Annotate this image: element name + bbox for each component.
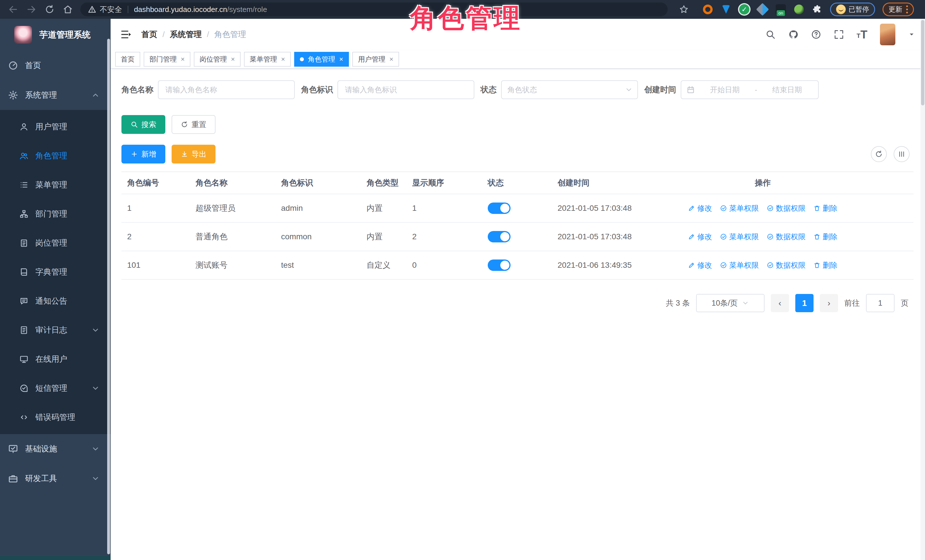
role-key-input[interactable] <box>337 80 475 99</box>
sidebar-item-dev-tools[interactable]: 研发工具 <box>0 464 111 493</box>
check-extension-icon[interactable]: ✓ <box>739 4 750 15</box>
green-extension-icon[interactable] <box>794 4 804 15</box>
adblock-extension-icon[interactable] <box>702 4 713 15</box>
data-permission-link[interactable]: 数据权限 <box>767 260 806 270</box>
cell-role-name: 超级管理员 <box>190 203 276 214</box>
tab-users[interactable]: 用户管理× <box>353 52 399 67</box>
url-domain: dashboard.yudao.iocoder.cn <box>134 5 227 14</box>
sidebar-scrollbar[interactable] <box>107 39 110 554</box>
scrollbar-thumb[interactable] <box>921 20 924 105</box>
search-icon[interactable] <box>765 29 776 40</box>
close-icon[interactable]: × <box>339 55 343 63</box>
breadcrumb-home[interactable]: 首页 <box>142 29 157 40</box>
date-separator: - <box>755 86 758 94</box>
sidebar-item-posts[interactable]: 岗位管理 <box>0 228 111 258</box>
search-button[interactable]: 搜索 <box>121 115 165 134</box>
app-logo[interactable]: 芋道管理系统 <box>0 19 111 51</box>
refresh-table-button[interactable] <box>871 146 887 162</box>
bookmark-star-icon[interactable] <box>679 5 689 14</box>
browser-update-button[interactable]: 更新 <box>883 3 914 16</box>
dark-extension-icon[interactable]: on <box>775 4 786 15</box>
drop-extension-icon[interactable] <box>721 4 731 15</box>
role-name-input[interactable] <box>158 80 295 99</box>
status-toggle-on[interactable] <box>488 260 511 271</box>
tab-departments[interactable]: 部门管理× <box>144 52 190 67</box>
extensions-puzzle-icon[interactable] <box>812 4 823 15</box>
menu-permission-link[interactable]: 菜单权限 <box>720 203 759 213</box>
chevron-down-icon <box>625 86 633 94</box>
edit-link[interactable]: 修改 <box>688 232 712 242</box>
tab-posts[interactable]: 岗位管理× <box>194 52 241 67</box>
help-icon[interactable] <box>811 29 821 40</box>
browser-home-icon[interactable] <box>63 4 73 15</box>
browser-profile-chip[interactable]: 已暂停 <box>830 3 875 16</box>
date-range-picker[interactable]: 开始日期 - 结束日期 <box>681 80 819 99</box>
close-icon[interactable]: × <box>281 55 285 63</box>
data-permission-link[interactable]: 数据权限 <box>767 203 806 213</box>
font-size-icon[interactable]: TT <box>857 29 868 40</box>
user-avatar[interactable] <box>880 24 895 45</box>
sidebar-item-sms[interactable]: 短信管理 <box>0 374 111 403</box>
page-1-button[interactable]: 1 <box>795 294 814 312</box>
add-button[interactable]: 新增 <box>121 145 165 164</box>
browser-reload-icon[interactable] <box>44 4 55 15</box>
data-permission-link[interactable]: 数据权限 <box>767 232 806 242</box>
sidebar-item-users[interactable]: 用户管理 <box>0 112 111 141</box>
close-icon[interactable]: × <box>231 55 235 63</box>
tab-home[interactable]: 首页 <box>115 52 140 67</box>
address-bar[interactable]: 不安全 dashboard.yudao.iocoder.cn /system/r… <box>80 3 667 16</box>
cell-role-id: 2 <box>121 232 190 241</box>
browser-back-icon[interactable] <box>8 4 18 15</box>
next-page-button[interactable]: › <box>820 294 838 312</box>
hamburger-icon[interactable] <box>120 29 132 40</box>
page-scrollbar[interactable] <box>920 19 925 560</box>
sidebar-item-online-users[interactable]: 在线用户 <box>0 345 111 374</box>
sidebar-item-dict[interactable]: 字典管理 <box>0 258 111 287</box>
status-toggle-on[interactable] <box>488 203 511 214</box>
sidebar-item-home[interactable]: 首页 <box>0 51 111 80</box>
fullscreen-icon[interactable] <box>834 29 844 40</box>
delete-link[interactable]: 删除 <box>814 260 838 270</box>
check-circle-icon <box>720 262 727 269</box>
edit-link[interactable]: 修改 <box>688 203 712 213</box>
sidebar-item-notice[interactable]: 通知公告 <box>0 287 111 315</box>
goto-page-input[interactable] <box>866 294 895 312</box>
menu-permission-link[interactable]: 菜单权限 <box>720 232 759 242</box>
sidebar-item-audit-log[interactable]: 审计日志 <box>0 315 111 345</box>
sidebar-item-label: 基础设施 <box>25 443 57 454</box>
menu-permission-link[interactable]: 菜单权限 <box>720 260 759 270</box>
status-select[interactable]: 角色状态 <box>501 80 638 99</box>
sidebar-item-menus[interactable]: 菜单管理 <box>0 170 111 200</box>
column-settings-button[interactable] <box>893 146 910 162</box>
tab-roles-active[interactable]: 角色管理× <box>294 52 349 67</box>
edit-link[interactable]: 修改 <box>688 260 712 270</box>
sidebar-item-departments[interactable]: 部门管理 <box>0 200 111 228</box>
page-size-select[interactable]: 10条/页 <box>696 294 765 312</box>
app-title: 芋道管理系统 <box>39 29 90 41</box>
sidebar-item-infrastructure[interactable]: 基础设施 <box>0 434 111 464</box>
monitor-icon <box>20 354 29 364</box>
start-date-placeholder[interactable]: 开始日期 <box>699 85 751 95</box>
kebab-menu-icon[interactable] <box>906 5 908 14</box>
prev-page-button[interactable]: ‹ <box>771 294 789 312</box>
end-date-placeholder[interactable]: 结束日期 <box>761 85 813 95</box>
roles-icon <box>20 151 29 161</box>
trash-icon <box>814 262 820 269</box>
browser-forward-icon[interactable] <box>26 4 36 15</box>
caret-down-icon[interactable] <box>908 31 915 38</box>
tab-menus[interactable]: 菜单管理× <box>244 52 291 67</box>
delete-link[interactable]: 删除 <box>814 232 838 242</box>
breadcrumb-system[interactable]: 系统管理 <box>170 29 202 40</box>
export-button[interactable]: 导出 <box>172 145 215 164</box>
reset-button[interactable]: 重置 <box>172 115 215 134</box>
refresh-icon <box>181 121 188 128</box>
github-icon[interactable] <box>788 29 798 40</box>
close-icon[interactable]: × <box>389 55 393 63</box>
sidebar-item-roles[interactable]: 角色管理 <box>0 141 111 170</box>
sidebar-item-system[interactable]: 系统管理 <box>0 80 111 110</box>
close-icon[interactable]: × <box>181 55 185 63</box>
delete-link[interactable]: 删除 <box>814 203 838 213</box>
grid-extension-icon[interactable] <box>757 4 768 15</box>
sidebar-item-error-codes[interactable]: 错误码管理 <box>0 403 111 432</box>
status-toggle-on[interactable] <box>488 231 511 242</box>
